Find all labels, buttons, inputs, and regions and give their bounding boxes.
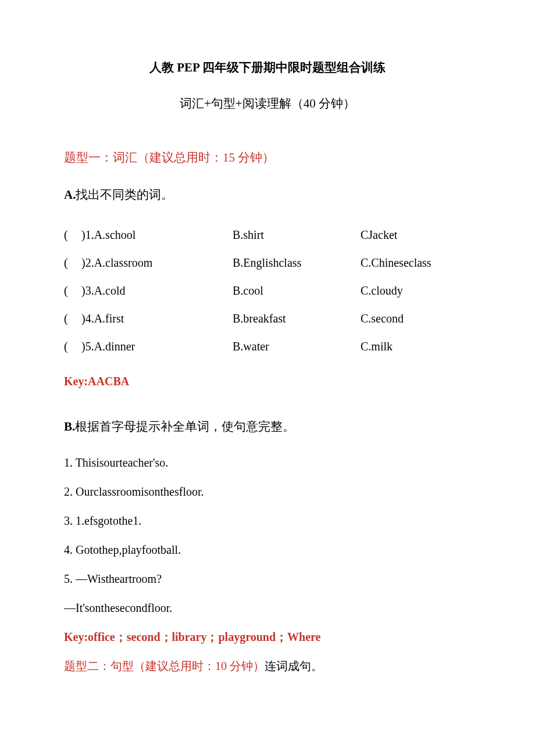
mcq-option-a: )2.A.classroom (81, 249, 233, 277)
paren-open: ( (64, 284, 68, 297)
list-item: 1. Thisisourteacher'so. (64, 453, 471, 472)
table-row: ( )2.A.classroom B.Englishclass C.Chines… (64, 249, 471, 277)
table-row: ( )4.A.first B.breakfast C.second (64, 304, 471, 332)
list-item: 2. Ourclassroomisonthesfloor. (64, 482, 471, 501)
table-row: ( )1.A.school B.shirt CJacket (64, 221, 471, 249)
subsection-b-heading: B.根据首字母提示补全单词，使句意完整。 (64, 417, 471, 437)
mcq-option-a: )3.A.cold (81, 277, 233, 304)
list-item: 5. —Wistheartroom? (64, 569, 471, 588)
mcq-option-a: )1.A.school (81, 221, 233, 249)
mcq-option-b: B.cool (233, 277, 361, 304)
paren-open: ( (64, 256, 68, 269)
subsection-b-text: 根据首字母提示补全单词，使句意完整。 (75, 420, 295, 433)
subsection-a-text: 找出不同类的词。 (76, 188, 173, 202)
mcq-option-a: )5.A.dinner (81, 332, 233, 360)
mcq-option-c: C.cloudy (361, 277, 471, 304)
mcq-table: ( )1.A.school B.shirt CJacket ( )2.A.cla… (64, 221, 471, 360)
document-title: 人教 PEP 四年级下册期中限时题型组合训练 (64, 58, 471, 78)
section-2-red: 题型二：句型（建议总用时：10 分钟） (64, 660, 265, 672)
mcq-option-b: B.Englishclass (233, 249, 361, 277)
list-item-continuation: —It'sonthesecondfloor. (64, 599, 471, 617)
answer-key-a: Key:AACBA (64, 372, 471, 390)
mcq-option-c: CJacket (361, 221, 471, 249)
mcq-option-b: B.water (233, 332, 361, 360)
paren-open: ( (64, 312, 68, 325)
table-row: ( )5.A.dinner B.water C.milk (64, 332, 471, 360)
answer-key-b: Key:office；second；library；playground；Whe… (64, 628, 471, 646)
document-subtitle: 词汇+句型+阅读理解（40 分钟） (64, 94, 471, 114)
paren-open: ( (64, 228, 68, 241)
fill-in-list: 1. Thisisourteacher'so. 2. Ourclassroomi… (64, 453, 471, 617)
subsection-a-heading: A.找出不同类的词。 (64, 185, 471, 205)
section-2-heading: 题型二：句型（建议总用时：10 分钟）连词成句。 (64, 657, 471, 675)
list-item: 3. 1.efsgotothe1. (64, 511, 471, 530)
section-2-black: 连词成句。 (265, 660, 323, 672)
mcq-option-c: C.milk (361, 332, 471, 360)
mcq-option-b: B.shirt (233, 221, 361, 249)
mcq-option-c: C.second (361, 304, 471, 332)
mcq-option-b: B.breakfast (233, 304, 361, 332)
table-row: ( )3.A.cold B.cool C.cloudy (64, 277, 471, 304)
list-item: 4. Gotothep,playfootball. (64, 540, 471, 559)
paren-open: ( (64, 340, 68, 353)
mcq-option-a: )4.A.first (81, 304, 233, 332)
mcq-option-c: C.Chineseclass (361, 249, 471, 277)
section-1-heading: 题型一：词汇（建议总用时：15 分钟） (64, 148, 471, 168)
